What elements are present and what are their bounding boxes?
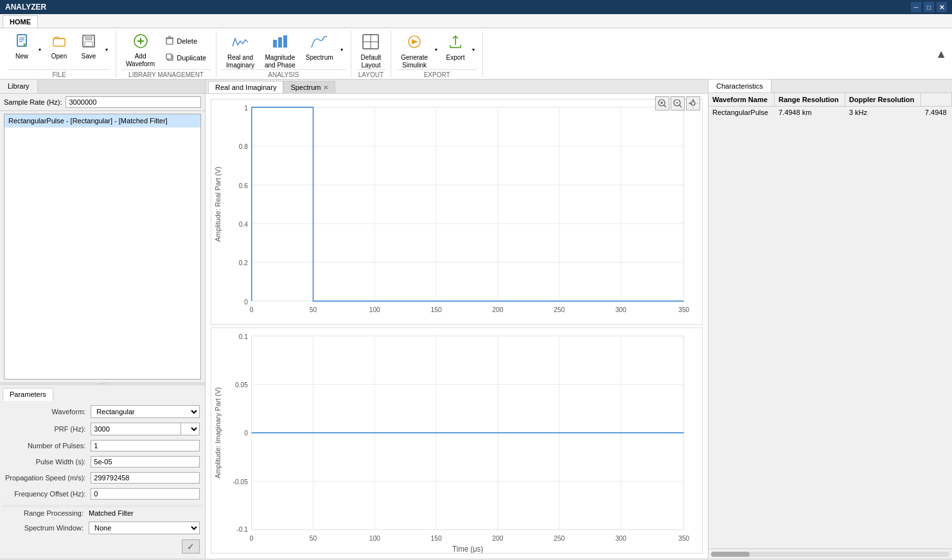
svg-text:0: 0 [244,428,248,436]
waveform-name-cell: RectangularPulse [709,107,774,119]
pan-button[interactable] [686,96,700,110]
new-button[interactable]: New [8,31,36,68]
duplicate-icon [165,53,174,64]
save-button[interactable]: Save [75,31,103,68]
svg-text:0: 0 [250,534,254,541]
minimize-btn[interactable]: ─ [911,2,921,12]
spectrum-btn-group: Spectrum ▾ [301,31,346,68]
pulse-width-input[interactable] [91,456,200,468]
svg-text:300: 300 [615,534,626,541]
plot-tab-real-imaginary[interactable]: Real and Imaginary [208,81,283,93]
left-panel: Library Sample Rate (Hz): RectangularPul… [0,80,206,559]
open-button[interactable]: Open [45,31,73,68]
apply-button[interactable]: ✓ [182,539,200,554]
generate-simulink-label: GenerateSimulink [401,54,428,69]
svg-rect-16 [166,54,172,59]
close-btn[interactable]: ✕ [937,2,947,12]
spectrum-button[interactable]: Spectrum [301,31,338,68]
library-tab[interactable]: Library [0,80,38,93]
save-label: Save [82,53,96,60]
svg-rect-12 [166,39,173,44]
delete-button[interactable]: Delete [161,33,211,49]
duplicate-button[interactable]: Duplicate [161,50,211,66]
spectrum-window-select[interactable]: None Hamming Hanning Blackman [89,521,200,534]
char-table-header-row: Waveform Name Range Resolution Doppler R… [709,93,952,107]
sample-rate-row: Sample Rate (Hz): [0,94,205,111]
real-imaginary-label: Real andImaginary [226,54,254,69]
ribbon-group-export: GenerateSimulink ▾ Export ▾ EXPORT [391,31,483,78]
export-arrow[interactable]: ▾ [470,31,477,68]
new-arrow[interactable]: ▾ [36,31,44,68]
prf-input-group: ▾ [91,423,200,435]
open-icon [51,33,67,51]
magnitude-phase-button[interactable]: Magnitudeand Phase [260,31,300,68]
library-group-items: AddWaveform Delete Duplicate [121,31,211,68]
spectrum-label: Spectrum [306,54,333,62]
svg-text:0.05: 0.05 [235,380,248,388]
default-layout-button[interactable]: DefaultLayout [357,31,386,68]
plots-container: 1 0.8 0.6 0.4 0.2 0 0 50 100 150 200 250… [206,94,708,559]
spectrum-tab-close[interactable]: ✕ [323,84,328,91]
add-waveform-icon [133,33,148,51]
prf-param-value: ▾ [88,421,202,438]
magnitude-phase-label: Magnitudeand Phase [265,54,295,69]
main-area: Library Sample Rate (Hz): RectangularPul… [0,80,952,559]
characteristics-panel: Characteristics Waveform Name Range Reso… [708,80,952,559]
svg-text:300: 300 [615,305,626,313]
doppler-resolution-cell: 3 kHz [845,107,921,119]
new-btn-group: New ▾ [8,31,44,68]
freq-offset-input[interactable] [91,488,200,500]
svg-text:1: 1 [244,104,248,112]
maximize-btn[interactable]: □ [924,2,934,12]
export-label: Export [446,54,465,62]
range-resolution-cell: 7.4948 km [774,107,845,119]
apply-btn-row: ✓ [3,537,202,556]
num-pulses-input[interactable] [91,440,200,451]
export-group-label: EXPORT [396,69,477,78]
prf-unit-select[interactable]: ▾ [181,423,200,435]
svg-text:Amplitude: Imaginary Part (V): Amplitude: Imaginary Part (V) [214,387,222,478]
spectrum-arrow[interactable]: ▾ [338,31,346,68]
export-button[interactable]: Export [441,31,470,68]
waveform-name-header: Waveform Name [709,93,774,107]
svg-rect-5 [53,39,65,46]
plot-tab-spectrum[interactable]: Spectrum ✕ [283,81,335,93]
svg-text:50: 50 [310,305,317,313]
svg-text:200: 200 [492,305,503,313]
save-arrow[interactable]: ▾ [103,31,110,68]
save-icon [81,33,96,51]
default-layout-label: DefaultLayout [361,54,382,69]
char-horizontal-scrollbar[interactable] [709,548,952,559]
characteristics-tab[interactable]: Characteristics [709,80,771,92]
sample-rate-input[interactable] [66,96,201,108]
svg-text:0.2: 0.2 [239,259,248,267]
prf-input[interactable] [91,423,181,435]
sample-rate-label: Sample Rate (Hz): [4,98,62,106]
plot-tab-bar: Real and Imaginary Spectrum ✕ [206,80,708,94]
svg-line-53 [664,105,666,107]
analysis-group-label: ANALYSIS [222,69,346,78]
waveform-param-row: Waveform: Rectangular LFM Phase Coded [3,403,202,421]
range-processing-row: Range Processing: Matched Filter [3,507,202,520]
add-waveform-button[interactable]: AddWaveform [121,31,159,68]
zoom-out-button[interactable] [671,96,685,110]
parameters-tab[interactable]: Parameters [3,388,53,401]
range-resolution-header: Range Resolution [774,93,845,107]
real-imaginary-button[interactable]: Real andImaginary [222,31,259,68]
waveform-select[interactable]: Rectangular LFM Phase Coded [91,405,200,418]
svg-rect-17 [273,40,277,48]
svg-marker-24 [412,39,418,44]
title-bar-controls: ─ □ ✕ [911,2,947,12]
generate-simulink-button[interactable]: GenerateSimulink [396,31,432,68]
extra-value-cell: 7.4948 [921,107,951,119]
ribbon-tab-home[interactable]: HOME [3,15,38,28]
ribbon-collapse-btn[interactable]: ▲ [935,48,947,61]
generate-simulink-arrow[interactable]: ▾ [432,31,440,68]
char-scroll-thumb[interactable] [711,552,750,557]
prf-param-label: PRF (Hz): [3,421,88,438]
prop-speed-input[interactable] [91,472,200,484]
ribbon-group-layout: DefaultLayout LAYOUT [351,31,392,78]
zoom-in-button[interactable] [655,96,669,110]
params-tab-bar: Parameters [3,388,202,401]
waveform-item[interactable]: RectangularPulse - [Rectangular] - [Matc… [4,114,200,128]
